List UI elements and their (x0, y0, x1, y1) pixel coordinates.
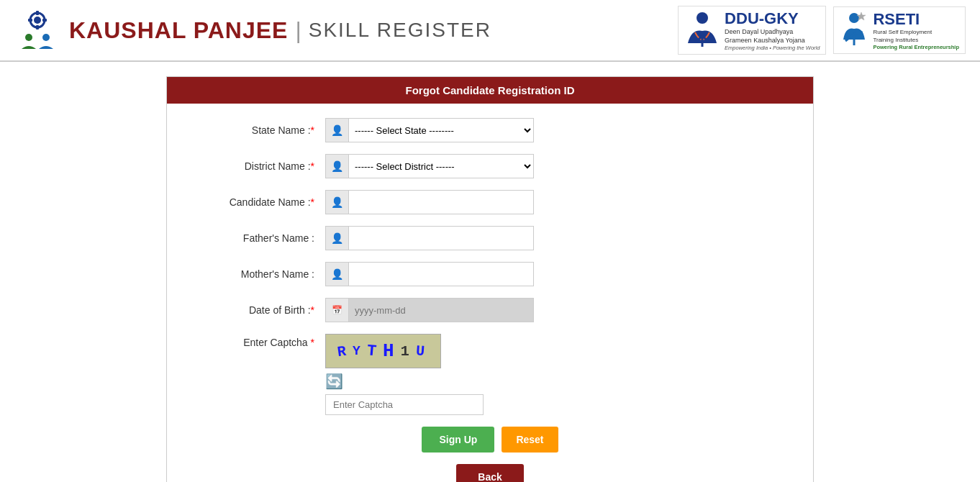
rseti-line1: Rural Self Employment (873, 29, 959, 36)
mother-person-icon: 👤 (326, 263, 349, 286)
brand-name: KAUSHAL PANJEE (69, 17, 288, 44)
mother-label: Mother's Name : (196, 268, 325, 280)
district-input-group: 👤 ------ Select District ------ (325, 154, 534, 178)
dob-calendar-icon: 📅 (326, 299, 349, 322)
ddu-line2: Grameen Kaushalya Yojana (725, 37, 820, 45)
header-title: KAUSHAL PANJEE | SKILL REGISTER (69, 17, 491, 44)
state-select[interactable]: ------ Select State -------- (349, 119, 533, 142)
state-label: State Name :* (196, 124, 325, 136)
svg-rect-3 (36, 25, 39, 29)
back-button[interactable]: Back (456, 464, 523, 482)
state-input-group: 👤 ------ Select State -------- (325, 118, 534, 142)
mother-row: Mother's Name : 👤 (196, 262, 784, 286)
candidate-row: Candidate Name :* 👤 (196, 190, 784, 214)
state-row: State Name :* 👤 ------ Select State ----… (196, 118, 784, 142)
candidate-name-input[interactable] (349, 191, 533, 214)
back-button-row: Back (196, 464, 784, 482)
pipe-divider: | (295, 17, 301, 44)
svg-point-6 (25, 34, 32, 41)
candidate-input-group: 👤 (325, 190, 534, 214)
captcha-section: R Y T H 1 U 🔄 (325, 334, 484, 415)
action-buttons-row: Sign Up Reset (196, 427, 784, 453)
captcha-input[interactable] (325, 394, 484, 415)
district-label: District Name :* (196, 160, 325, 172)
father-row: Father's Name : 👤 (196, 226, 784, 250)
dob-row: Date of Birth :* 📅 (196, 298, 784, 322)
svg-point-8 (697, 12, 708, 24)
candidate-label: Candidate Name :* (196, 196, 325, 208)
captcha-refresh-icon[interactable]: 🔄 (325, 373, 343, 390)
svg-point-12 (849, 13, 859, 23)
ddu-logo: DDU-GKY Deen Dayal Upadhyaya Grameen Kau… (678, 6, 826, 55)
svg-rect-4 (28, 19, 32, 22)
ddu-line1: Deen Dayal Upadhyaya (725, 28, 820, 37)
svg-point-1 (34, 17, 41, 24)
rseti-person-icon (840, 11, 868, 50)
kaushal-panjee-logo-icon (14, 7, 60, 53)
rseti-line2: Training Institutes (873, 37, 959, 44)
skill-register-text: SKILL REGISTER (309, 19, 491, 42)
signup-button[interactable]: Sign Up (422, 427, 494, 453)
page-header: KAUSHAL PANJEE | SKILL REGISTER DDU-GKY … (0, 0, 980, 62)
form-title: Forgot Candidate Registration ID (167, 77, 813, 104)
rseti-logo: RSETI Rural Self Employment Training Ins… (833, 6, 966, 54)
father-label: Father's Name : (196, 232, 325, 244)
candidate-person-icon: 👤 (326, 191, 349, 214)
captcha-label: Enter Captcha * (196, 334, 325, 348)
district-select[interactable]: ------ Select District ------ (349, 155, 533, 178)
rseti-tagline: Powering Rural Entrepreneurship (873, 44, 959, 50)
district-person-icon: 👤 (326, 155, 349, 178)
father-person-icon: 👤 (326, 227, 349, 250)
ddu-person-icon (684, 11, 720, 50)
mother-input-group: 👤 (325, 262, 534, 286)
mother-name-input[interactable] (349, 263, 533, 286)
dob-input[interactable] (349, 299, 533, 322)
dob-input-group: 📅 (325, 298, 534, 322)
header-left: KAUSHAL PANJEE | SKILL REGISTER (14, 7, 491, 53)
district-row: District Name :* 👤 ------ Select Distric… (196, 154, 784, 178)
ddu-tagline: Empowering India • Powering the World (725, 45, 820, 51)
dob-label: Date of Birth :* (196, 304, 325, 316)
svg-line-15 (854, 32, 863, 34)
father-input-group: 👤 (325, 226, 534, 250)
father-name-input[interactable] (349, 227, 533, 250)
svg-rect-5 (42, 19, 47, 22)
reset-button[interactable]: Reset (502, 427, 558, 453)
captcha-row: Enter Captcha * R Y T H 1 U 🔄 (196, 334, 784, 415)
main-form-container: Forgot Candidate Registration ID State N… (166, 76, 814, 482)
state-person-icon: 👤 (326, 119, 349, 142)
partner-logos: DDU-GKY Deen Dayal Upadhyaya Grameen Kau… (678, 6, 966, 55)
rseti-title: RSETI (873, 10, 959, 29)
ddu-title: DDU-GKY (725, 9, 820, 28)
svg-point-7 (42, 34, 50, 41)
svg-rect-2 (36, 11, 39, 15)
captcha-image: R Y T H 1 U (325, 334, 441, 368)
form-body: State Name :* 👤 ------ Select State ----… (167, 104, 813, 482)
